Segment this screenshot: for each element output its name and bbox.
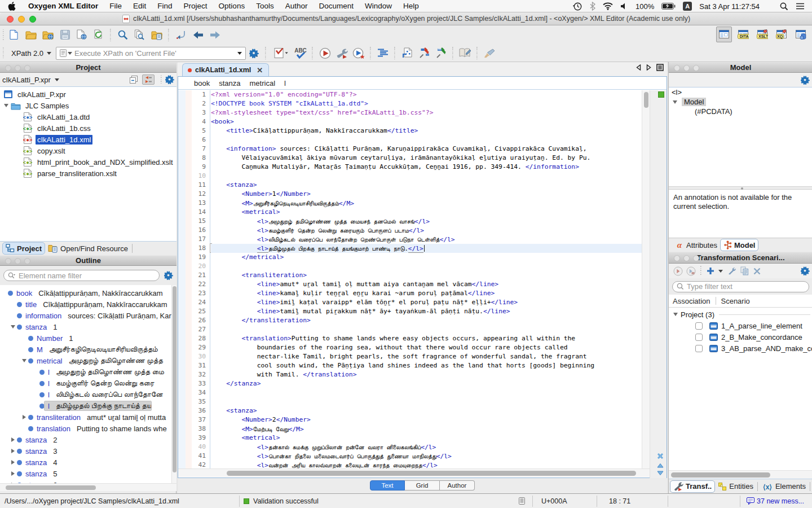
volume-icon[interactable] — [620, 2, 628, 10]
project-item-copy.xslt[interactable]: <●>copy.xslt — [0, 145, 176, 156]
code-line[interactable]: <metrical> — [211, 433, 650, 443]
mode-text-button[interactable]: Text — [370, 480, 405, 491]
code-line[interactable] — [211, 325, 650, 334]
code-line[interactable]: <l>பொன்கா றிதலை மலைமடைவார்ப் பொருத்துத் … — [211, 452, 650, 461]
expand-icon[interactable] — [9, 449, 17, 453]
code-line[interactable]: </transliteration> — [211, 316, 650, 325]
open-folder-icon[interactable] — [23, 28, 39, 42]
menu-options[interactable]: Options — [213, 2, 251, 10]
delete-scenario-icon[interactable] — [753, 268, 761, 275]
time-machine-icon[interactable] — [573, 2, 582, 11]
db-perspective-button[interactable] — [793, 27, 809, 42]
new-scenario-icon[interactable] — [707, 267, 714, 275]
xpath-dropdown-icon[interactable] — [237, 52, 242, 55]
zoom-window-button[interactable] — [29, 16, 36, 23]
code-line[interactable]: nectar-like Tamil, bright pearls, the so… — [211, 352, 650, 361]
code-line[interactable]: <line>tamiḻ mutal piṟakkum nāṭ* āy+ taya… — [211, 307, 650, 316]
mode-author-button[interactable]: Author — [440, 480, 475, 491]
outline-item-l[interactable]: lலிமிழ்கடல் வரைப்பெ லாந்தோனே — [0, 389, 171, 400]
run-scenario-icon[interactable] — [673, 266, 683, 276]
outline-item-stanza[interactable]: stanza2 — [0, 434, 171, 445]
code-line[interactable]: <information> sources: Cīkāḷatti Purāṇam… — [211, 144, 650, 154]
model-expand-icon[interactable] — [671, 100, 679, 104]
menu-help[interactable]: Help — [398, 2, 425, 10]
code-line[interactable]: <M>அறுசீர்கழிநெடிலடியாசிரியவிருத்தம்</M> — [211, 199, 650, 208]
menu-find[interactable]: Find — [152, 2, 178, 10]
code-line[interactable]: <!DOCTYPE book SYSTEM "cIkALatti_1a.dtd"… — [211, 99, 650, 108]
outline-vertical-scrollbar[interactable] — [171, 285, 176, 483]
notification-center-icon[interactable] — [796, 2, 805, 10]
outline-item-stanza[interactable]: stanza1 — [0, 321, 171, 332]
find-resource-icon[interactable] — [148, 28, 165, 42]
menu-author[interactable]: Author — [280, 2, 314, 10]
menu-document[interactable]: Document — [313, 2, 359, 10]
mode-grid-button[interactable]: Grid — [405, 480, 440, 491]
outline-item-title[interactable]: titleCīkāḷattippurāṇam, Nakkīraccarukkam — [0, 299, 171, 310]
code-line[interactable] — [211, 135, 650, 144]
code-line[interactable]: <line>amut* uṟal tamiḻ oḷ muttam aiya ca… — [211, 280, 650, 289]
outline-item-transliteration[interactable]: transliterationamut* uṟal tamiḻ oḷ mutta — [0, 411, 171, 423]
code-line[interactable]: <?xml-stylesheet type="text/css" href="c… — [211, 108, 650, 117]
code-line[interactable] — [211, 388, 650, 397]
format-indent-icon[interactable] — [374, 46, 391, 60]
tab-attributes[interactable]: αAttributes — [672, 239, 720, 251]
xpath-history-dropdown-icon[interactable] — [68, 52, 72, 55]
edit-scenario-icon[interactable] — [727, 267, 736, 275]
outline-filter-input[interactable]: Element name filter — [3, 270, 160, 281]
messages-icon[interactable] — [747, 497, 754, 505]
project-item-cIkALatti_1a.dtd[interactable]: <●>cIkALatti_1a.dtd — [0, 111, 176, 122]
spotlight-icon[interactable] — [780, 2, 788, 11]
project-item-cIkALatti_1b.css[interactable]: <●>cIkALatti_1b.css — [0, 122, 176, 134]
project-item-html_print_book_and_NDX_simplified.xslt[interactable]: <●>html_print_book_and_NDX_simplified.xs… — [0, 156, 176, 168]
apple-menu-icon[interactable] — [8, 2, 25, 11]
code-line[interactable]: <l>தமிழ்முதல் பிறக்கு நாடாய்த் தயங்குமாற… — [211, 244, 650, 253]
scenarios-panel-header[interactable]: Transformation Scenari... — [669, 252, 812, 264]
outline-item-l[interactable]: lகமழ்குளிர் தென்ற லென்று கரை — [0, 378, 171, 389]
bluetooth-icon[interactable] — [590, 2, 595, 11]
last-edit-icon[interactable] — [173, 28, 189, 42]
project-item-cIkALatti_1d.xml[interactable]: <●>cIkALatti_1d.xml — [0, 134, 176, 145]
close-window-button[interactable] — [7, 16, 14, 23]
scenario-item[interactable]: 1_A_parse_line_element — [669, 320, 812, 331]
expand-icon[interactable] — [9, 437, 17, 442]
code-line[interactable]: <translation>Putting to shame lands wher… — [211, 334, 650, 343]
outline-item-l[interactable]: lஅமுதுறழ் தமிழொண்ண முத்த மை — [0, 366, 171, 378]
battery-icon[interactable] — [661, 3, 676, 10]
menu-clock[interactable]: Sat 3 Apr 11:27:54 — [699, 2, 760, 11]
breadcrumb-metrical[interactable]: metrical — [250, 79, 276, 87]
scenario-checkbox[interactable] — [695, 334, 703, 341]
apply-transform-icon[interactable] — [316, 46, 333, 60]
refactor-icon[interactable] — [399, 46, 416, 60]
scenario-item[interactable]: 3_AB_parse_AND_make_con — [669, 343, 812, 354]
pin-green-icon[interactable] — [433, 46, 449, 60]
tab-open-find-resource[interactable]: Open/Find Resource — [45, 242, 131, 255]
project-item-JLC Samples[interactable]: JLC Samples — [0, 100, 176, 111]
tab-entities[interactable]: Entities — [715, 480, 756, 493]
minimize-window-button[interactable] — [18, 16, 25, 23]
code-line[interactable]: </metrical> — [211, 253, 650, 262]
outline-item-book[interactable]: bookCīkāḷattippurāṇam, Nakkīraccarukkam — [0, 287, 171, 299]
model-panel-header[interactable]: Model — [669, 62, 812, 73]
scenario-group[interactable]: Project (3) — [669, 309, 812, 320]
configure-transform-icon[interactable] — [333, 46, 350, 60]
outline-item-information[interactable]: informationsources: Cīkāḷatti Purāṇam, K… — [0, 310, 171, 321]
prev-highlight-icon[interactable] — [657, 463, 664, 468]
input-source-icon[interactable]: A — [683, 2, 692, 11]
debug-transform-icon[interactable] — [350, 46, 367, 60]
project-item-cIkALatti_P.xpr[interactable]: cIkALatti_P.xpr — [0, 89, 176, 100]
outline-item-M[interactable]: Mஅறுசீர்கழிநெடிலடியாசிரியவிருத்தம் — [0, 344, 171, 355]
scenarios-filter-input[interactable]: Type filter text — [672, 281, 809, 292]
link-with-editor-button[interactable] — [142, 75, 155, 85]
code-line[interactable]: <metrical> — [211, 208, 650, 217]
clear-highlights-icon[interactable] — [657, 453, 664, 459]
outline-item-stanza[interactable]: stanza5 — [0, 468, 171, 479]
next-highlight-icon[interactable] — [657, 471, 664, 475]
outline-item-stanza[interactable]: stanza6 — [0, 479, 171, 483]
new-file-icon[interactable] — [6, 28, 23, 42]
code-line[interactable]: <transliteration> — [211, 271, 650, 280]
outline-settings-icon[interactable] — [164, 271, 173, 280]
editor-horizontal-scrollbar[interactable] — [178, 468, 650, 477]
code-line[interactable]: Caṉmuka Mutaliyār, Mataṟās Ṭaimaṇṭu Accu… — [211, 163, 650, 172]
xpath-input[interactable]: Execute XPath on 'Current File' — [56, 47, 246, 60]
code-line[interactable]: <?xml version="1.0" encoding="UTF-8"?> — [211, 90, 650, 99]
